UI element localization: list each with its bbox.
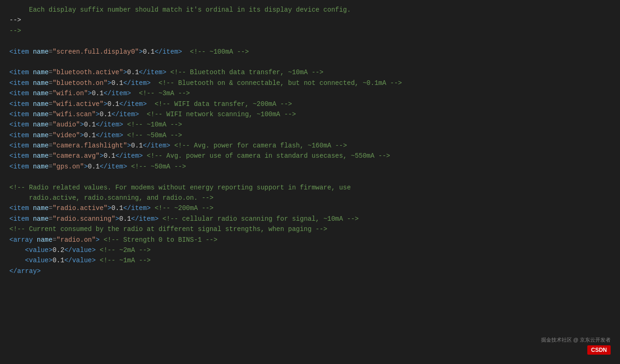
tag-close: > — [96, 111, 100, 118]
tag-open: <item — [9, 204, 33, 212]
punct: = — [52, 236, 56, 244]
line-empty-2 — [9, 57, 611, 67]
tag-close: > — [100, 152, 103, 160]
line-current-comment: <!-- Current consumed by the radio at di… — [9, 224, 611, 234]
line-comment-end: --> — [9, 26, 611, 36]
tag-end: </item> — [155, 48, 182, 56]
tag-end: </item> — [123, 79, 151, 87]
inline-comment: <!-- cellular radio scanning for signal,… — [158, 215, 358, 223]
tag-close: > — [104, 100, 107, 108]
item-value: 0.1 — [127, 69, 139, 76]
tag-open: <item — [9, 100, 33, 108]
indent — [9, 257, 25, 264]
attr-value: "bluetooth.on" — [52, 79, 107, 87]
tag-open: <item — [9, 163, 33, 170]
inline-comment: <!-- WIFI data transfer, ~200mA --> — [147, 100, 292, 108]
tag-open: <item — [9, 79, 33, 87]
attr-name: name — [37, 236, 53, 244]
inline-comment: <!-- ~200mA --> — [151, 204, 214, 212]
indent — [9, 246, 25, 254]
line-array-radio-on: <array name="radio.on"> <!-- Strength 0 … — [9, 235, 611, 245]
line-radio-comment-1: <!-- Radio related values. For modems wi… — [9, 182, 611, 193]
line-radio-comment-2: radio.active, radio.scanning, and radio.… — [9, 193, 611, 203]
inline-comment: <!-- WIFI network scanning, ~100mA --> — [139, 111, 296, 118]
tag-open: <item — [9, 90, 33, 97]
inline-comment: <!-- ~2mA --> — [96, 246, 151, 254]
attr-value: "radio.active" — [52, 204, 107, 212]
line-radio-scanning: <item name="radio.scanning">0.1</item> <… — [9, 214, 611, 224]
tag-end: </array> — [9, 267, 41, 275]
inline-comment: <!-- ~10mA --> — [123, 121, 182, 128]
item-value: 0.1 — [104, 152, 115, 160]
line-video: <item name="video">0.1</item> <!-- ~50mA… — [9, 130, 611, 140]
comment-radio-1: <!-- Radio related values. For modems wi… — [9, 184, 351, 191]
line-screen-display0: <item name="screen.full.display0">0.1</i… — [9, 47, 611, 57]
line-array-close: </array> — [9, 266, 611, 276]
tag-open: <item — [9, 132, 33, 139]
attr-name: name — [33, 79, 49, 87]
tag-open: <item — [9, 69, 33, 76]
tag-end: </item> — [119, 100, 147, 108]
comment-end: --> — [9, 27, 21, 35]
inline-comment: <!-- Bluetooth data transfer, ~10mA --> — [166, 69, 323, 76]
attr-name: name — [33, 48, 49, 56]
comment-current: <!-- Current consumed by the radio at di… — [9, 225, 328, 233]
attr-name: name — [33, 163, 49, 170]
item-value: 0.1 — [92, 90, 103, 97]
inline-comment: <!-- ~50mA --> — [123, 132, 182, 139]
line-value-02: <value>0.2</value> <!-- ~2mA --> — [9, 245, 611, 255]
watermark-csdn: CSDN — [587, 345, 611, 355]
inline-comment: <!-- ~100mA --> — [182, 48, 249, 56]
attr-value: "video" — [52, 132, 80, 139]
tag-open: <item — [9, 48, 33, 56]
line-gps-on: <item name="gps.on">0.1</item> <!-- ~50m… — [9, 161, 611, 172]
inline-comment: <!-- Avg. power use of camera in standar… — [143, 152, 390, 160]
tag-end: </item> — [111, 111, 139, 118]
tag-end: </item> — [123, 204, 151, 212]
tag-end: </item> — [104, 90, 131, 97]
tag-end: </item> — [115, 152, 143, 160]
inline-comment: <!-- Avg. power for camera flash, ~160mA… — [171, 142, 347, 149]
tag-close: > — [96, 236, 100, 244]
tag-close: > — [139, 48, 143, 56]
item-value: 0.1 — [84, 121, 96, 128]
inline-comment: <!-- ~50mA --> — [127, 163, 186, 170]
line-camera-flashlight: <item name="camera.flashlight">0.1</item… — [9, 140, 611, 151]
item-value: 0.1 — [143, 48, 155, 56]
code-container: Each display suffix number should match … — [0, 0, 620, 364]
item-value: 0.1 — [131, 142, 143, 149]
line-audio: <item name="audio">0.1</item> <!-- ~10mA… — [9, 119, 611, 130]
attr-name: name — [33, 111, 49, 118]
tag-open: <item — [9, 215, 33, 223]
inline-comment: <!-- Bluetooth on & connectable, but not… — [151, 79, 402, 87]
item-value: 0.1 — [119, 215, 131, 223]
attr-name: name — [33, 121, 49, 128]
line-bluetooth-active: <item name="bluetooth.active">0.1</item>… — [9, 67, 611, 77]
inline-comment: <!-- ~1mA --> — [96, 257, 151, 264]
attr-name: name — [33, 152, 49, 160]
item-value: 0.1 — [111, 79, 123, 87]
tag-close: > — [80, 132, 84, 139]
attr-name: name — [33, 132, 49, 139]
item-value: 0.1 — [88, 163, 100, 170]
tag-open: <item — [9, 152, 33, 160]
tag-open: <value> — [25, 246, 53, 254]
attr-value: "wifi.on" — [52, 90, 88, 97]
attr-value: "wifi.scan" — [52, 111, 95, 118]
attr-value: "camera.avg" — [52, 152, 100, 160]
tag-end: </item> — [96, 121, 123, 128]
tag-end: </item> — [100, 163, 127, 170]
attr-value: "wifi.active" — [52, 100, 103, 108]
attr-name: name — [33, 204, 49, 212]
inline-comment: <!-- ~3mA --> — [131, 90, 190, 97]
tag-end: </item> — [131, 215, 158, 223]
attr-value: "radio.on" — [57, 236, 96, 244]
tag-close: > — [115, 215, 119, 223]
attr-value: "audio" — [52, 121, 80, 128]
tag-close: > — [84, 163, 88, 170]
tag-open: <array — [9, 236, 37, 244]
tag-end: </item> — [143, 142, 171, 149]
tag-end: </value> — [64, 257, 96, 264]
attr-value: "screen.full.display0" — [52, 48, 139, 56]
tag-open: <item — [9, 142, 33, 149]
